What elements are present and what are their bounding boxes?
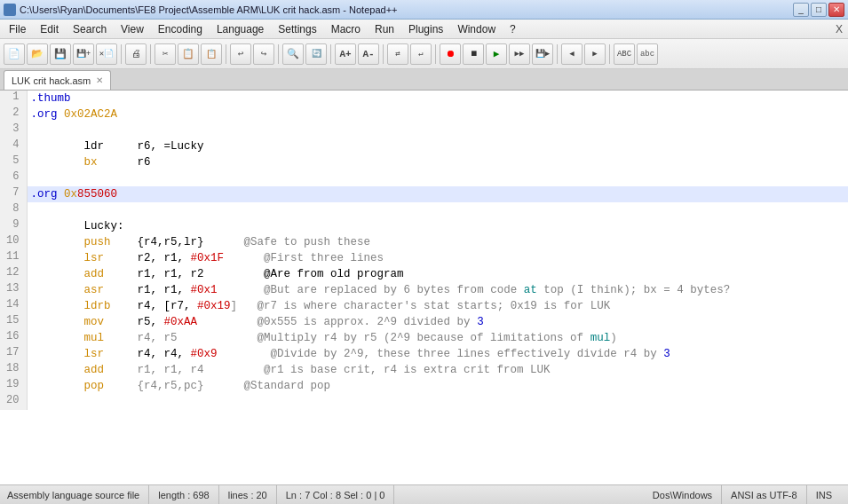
table-row: 2.org 0x02AC2A	[0, 106, 848, 122]
toolbar-wrap[interactable]: ↵	[410, 43, 432, 65]
line-number: 1	[0, 91, 27, 106]
menu-encoding[interactable]: Encoding	[151, 20, 210, 38]
menu-plugins[interactable]: Plugins	[401, 20, 450, 38]
toolbar-macro-rec[interactable]: ⏺	[440, 43, 461, 65]
toolbar-sep9	[609, 44, 610, 64]
toolbar-macro-mult[interactable]: ▶▶	[509, 43, 530, 65]
toolbar-open[interactable]: 📂	[27, 43, 48, 65]
status-filetype: Assembly language source file	[7, 485, 149, 504]
toolbar-next-doc[interactable]: ▶	[584, 43, 606, 65]
menu-macro[interactable]: Macro	[324, 20, 368, 38]
menu-right-label: X	[836, 23, 846, 35]
toolbar-new[interactable]: 📄	[4, 43, 25, 65]
minimize-button[interactable]: _	[793, 3, 809, 17]
table-row: 9 Lucky:	[0, 218, 848, 234]
line-content[interactable]: asr r1, r1, #0x1 @But are replaced by 6 …	[27, 282, 848, 298]
line-number: 11	[0, 250, 27, 266]
line-content[interactable]: .org 0x855060	[27, 186, 848, 202]
menu-search[interactable]: Search	[66, 20, 114, 38]
line-content[interactable]	[27, 170, 848, 186]
line-content[interactable]: ldrb r4, [r7, #0x19] @r7 is where charac…	[27, 298, 848, 314]
toolbar-replace[interactable]: 🔄	[305, 43, 327, 65]
maximize-button[interactable]: □	[811, 3, 827, 17]
line-number: 16	[0, 330, 27, 346]
status-length: length : 698	[149, 485, 219, 504]
toolbar-sep4	[278, 44, 279, 64]
toolbar-save[interactable]: 💾	[50, 43, 71, 65]
line-content[interactable]: add r1, r1, r4 @r1 is base crit, r4 is e…	[27, 362, 848, 378]
toolbar-undo[interactable]: ↩	[230, 43, 251, 65]
toolbar-sync[interactable]: ⇄	[387, 43, 408, 65]
toolbar-macro-stop[interactable]: ⏹	[463, 43, 484, 65]
table-row: 8	[0, 202, 848, 218]
title-label: C:\Users\Ryan\Documents\FE8 Project\Asse…	[20, 4, 398, 15]
toolbar-zoom-in[interactable]: A+	[335, 43, 356, 65]
table-row: 20	[0, 394, 848, 410]
line-content[interactable]: mov r5, #0xAA @0x555 is approx. 2^9 divi…	[27, 314, 848, 330]
line-content[interactable]: mul r4, r5 @Multiply r4 by r5 (2^9 becau…	[27, 330, 848, 346]
tab-luk-crit[interactable]: LUK crit hack.asm ✕	[4, 70, 111, 90]
toolbar-prev-doc[interactable]: ◀	[561, 43, 583, 65]
code-editor[interactable]: 1.thumb2.org 0x02AC2A3 4 ldr r6, =Lucky5…	[0, 91, 848, 484]
table-row: 5 bx r6	[0, 154, 848, 170]
table-row: 6	[0, 170, 848, 186]
line-number: 17	[0, 346, 27, 362]
title-text: C:\Users\Ryan\Documents\FE8 Project\Asse…	[4, 4, 398, 16]
toolbar-macro-save[interactable]: 💾▶	[532, 43, 553, 65]
line-content[interactable]: ldr r6, =Lucky	[27, 138, 848, 154]
toolbar-print[interactable]: 🖨	[125, 43, 147, 65]
toolbar-cut[interactable]: ✂	[155, 43, 176, 65]
toolbar-paste[interactable]: 📋	[201, 43, 222, 65]
toolbar-redo[interactable]: ↪	[253, 43, 274, 65]
table-row: 1.thumb	[0, 91, 848, 106]
line-content[interactable]: Lucky:	[27, 218, 848, 234]
title-bar: C:\Users\Ryan\Documents\FE8 Project\Asse…	[0, 0, 848, 20]
line-content[interactable]: .org 0x02AC2A	[27, 106, 848, 122]
toolbar-abc-b[interactable]: abc	[637, 43, 658, 65]
toolbar-macro-play[interactable]: ▶	[486, 43, 507, 65]
line-content[interactable]: bx r6	[27, 154, 848, 170]
toolbar-copy[interactable]: 📋	[178, 43, 199, 65]
menu-language[interactable]: Language	[210, 20, 271, 38]
menu-view[interactable]: View	[114, 20, 151, 38]
toolbar-sep3	[226, 44, 226, 64]
toolbar-sep8	[557, 44, 558, 64]
toolbar-sep1	[121, 44, 122, 64]
line-content[interactable]: .thumb	[27, 91, 848, 106]
table-row: 7.org 0x855060	[0, 186, 848, 202]
status-insertmode: INS	[807, 485, 841, 504]
menu-help[interactable]: ?	[503, 20, 523, 38]
tab-close-button[interactable]: ✕	[96, 75, 103, 85]
line-content[interactable]	[27, 122, 848, 138]
code-table: 1.thumb2.org 0x02AC2A3 4 ldr r6, =Lucky5…	[0, 91, 848, 410]
line-content[interactable]	[27, 202, 848, 218]
line-content[interactable]: add r1, r1, r2 @Are from old program	[27, 266, 848, 282]
table-row: 19 pop {r4,r5,pc} @Standard pop	[0, 378, 848, 394]
toolbar-saveall[interactable]: 💾+	[73, 43, 94, 65]
toolbar-find[interactable]: 🔍	[282, 43, 304, 65]
line-content[interactable]: lsr r4, r4, #0x9 @Divide by 2^9, these t…	[27, 346, 848, 362]
toolbar-zoom-out[interactable]: A-	[358, 43, 379, 65]
tab-bar: LUK crit hack.asm ✕	[0, 69, 848, 91]
table-row: 10 push {r4,r5,lr} @Safe to push these	[0, 234, 848, 250]
line-content[interactable]: pop {r4,r5,pc} @Standard pop	[27, 378, 848, 394]
menu-run[interactable]: Run	[368, 20, 401, 38]
line-content[interactable]	[27, 394, 848, 410]
toolbar-abc-a[interactable]: ABC	[614, 43, 635, 65]
menu-window[interactable]: Window	[450, 20, 503, 38]
menu-file[interactable]: File	[2, 20, 33, 38]
status-bar: Assembly language source file length : 6…	[0, 484, 848, 504]
close-button[interactable]: ✕	[828, 3, 844, 17]
menu-edit[interactable]: Edit	[33, 20, 66, 38]
menu-settings[interactable]: Settings	[271, 20, 323, 38]
toolbar-close[interactable]: ✕📄	[96, 43, 117, 65]
line-content[interactable]: lsr r2, r1, #0x1F @First three lines	[27, 250, 848, 266]
toolbar-sep2	[150, 44, 151, 64]
line-number: 4	[0, 138, 27, 154]
app-icon	[4, 4, 16, 16]
line-number: 14	[0, 298, 27, 314]
table-row: 17 lsr r4, r4, #0x9 @Divide by 2^9, thes…	[0, 346, 848, 362]
line-content[interactable]: push {r4,r5,lr} @Safe to push these	[27, 234, 848, 250]
line-number: 8	[0, 202, 27, 218]
line-number: 13	[0, 282, 27, 298]
